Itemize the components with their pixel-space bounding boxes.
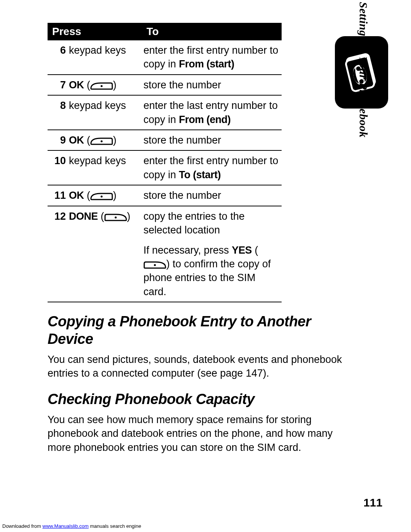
step-number: 7 <box>48 75 67 95</box>
softkey-left-icon <box>90 137 113 145</box>
press-cell: OK () <box>67 130 142 150</box>
table-row: 8 keypad keys enter the last entry numbe… <box>48 95 282 130</box>
page-number: 111 <box>363 496 382 509</box>
to-cell-note: If necessary, press YES () to confirm th… <box>142 240 282 302</box>
paragraph-check-capacity: You can see how much memory space remain… <box>48 413 356 454</box>
to-text-pre: store the number <box>143 79 221 91</box>
footer-link[interactable]: www.Manualslib.com <box>43 523 89 529</box>
table-row: 10 keypad keys enter the first entry num… <box>48 150 282 185</box>
note-pre: If necessary, press <box>143 244 232 256</box>
to-cell: enter the first entry number to copy in … <box>142 150 282 185</box>
heading-copy-entry: Copying a Phonebook Entry to Another Dev… <box>48 313 314 348</box>
section-side-label: Setting Up Your Phonebook <box>357 2 370 128</box>
to-text-pre: store the number <box>143 134 221 146</box>
col-header-press: Press <box>48 23 142 40</box>
table-row: 12 DONE () copy the entries to the selec… <box>48 206 282 240</box>
softkey-right-icon <box>104 213 127 221</box>
step-number: 8 <box>48 95 67 130</box>
press-to-table: Press To 6 keypad keys enter the first e… <box>48 23 282 302</box>
footer-post: manuals search engine <box>89 523 141 529</box>
step-number: 11 <box>48 185 67 206</box>
press-cell: keypad keys <box>67 95 142 130</box>
press-cell: keypad keys <box>67 40 142 75</box>
press-cell: OK () <box>67 75 142 95</box>
softkey-right-icon <box>143 260 166 269</box>
table-row: 11 OK () store the number <box>48 185 282 206</box>
note-mid: ( <box>252 244 258 256</box>
to-cell: store the number <box>142 185 282 206</box>
step-number: 9 <box>48 130 67 150</box>
footer: Downloaded from www.Manualslib.com manua… <box>2 523 141 529</box>
to-text-pre: store the number <box>143 190 221 201</box>
paragraph-copy-entry: You can send pictures, sounds, datebook … <box>48 353 356 380</box>
softkey-left-icon <box>90 81 113 90</box>
to-cell: enter the first entry number to copy in … <box>142 40 282 75</box>
table-row-note: If necessary, press YES () to confirm th… <box>48 240 282 302</box>
to-cell: store the number <box>142 75 282 95</box>
press-cell: keypad keys <box>67 150 142 185</box>
press-plain: keypad keys <box>69 45 126 56</box>
table-row: 7 OK () store the number <box>48 75 282 95</box>
softkey-left-icon <box>90 192 113 200</box>
heading-check-capacity: Checking Phonebook Capacity <box>48 391 314 408</box>
to-cell: copy the entries to the selected locatio… <box>142 206 282 240</box>
step-number: 10 <box>48 150 67 185</box>
press-plain: keypad keys <box>69 155 126 166</box>
press-label: OK <box>69 134 84 146</box>
step-number: 6 <box>48 40 67 75</box>
table-row: 6 keypad keys enter the first entry numb… <box>48 40 282 75</box>
note-yes: YES <box>232 244 252 256</box>
table-row: 9 OK () store the number <box>48 130 282 150</box>
footer-pre: Downloaded from <box>2 523 43 529</box>
press-label: DONE <box>69 211 98 222</box>
to-cell: store the number <box>142 130 282 150</box>
to-text-pre: copy the entries to the selected locatio… <box>143 211 245 236</box>
to-text-cond: To (start) <box>179 169 221 181</box>
press-label: OK <box>69 190 84 201</box>
step-number: 12 <box>48 206 67 240</box>
to-cell: enter the last entry number to copy in F… <box>142 95 282 130</box>
to-text-cond: From (start) <box>179 58 234 70</box>
press-cell: DONE () <box>67 206 142 240</box>
to-text-cond: From (end) <box>179 114 231 125</box>
press-plain: keypad keys <box>69 100 126 111</box>
press-cell: OK () <box>67 185 142 206</box>
col-header-to: To <box>142 23 282 40</box>
press-label: OK <box>69 79 84 91</box>
